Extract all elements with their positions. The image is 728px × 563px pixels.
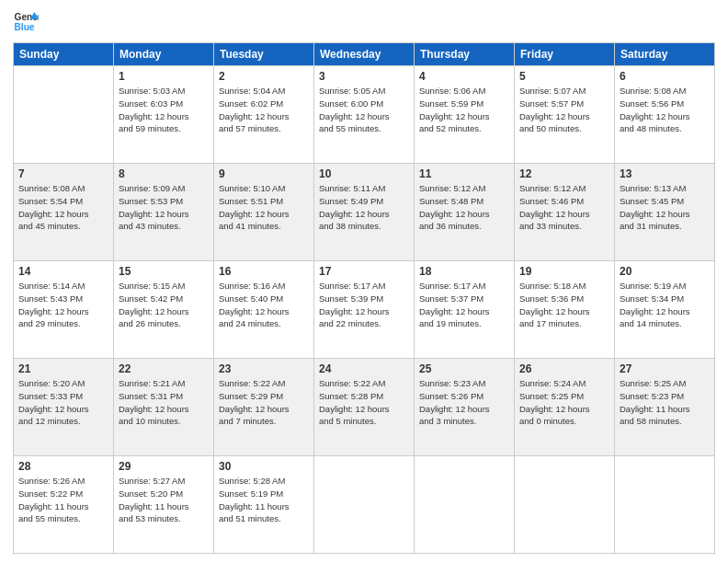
col-header-sunday: Sunday [14, 43, 114, 66]
cell-info: Sunrise: 5:07 AM Sunset: 5:57 PM Dayligh… [519, 85, 609, 135]
calendar-cell: 16Sunrise: 5:16 AM Sunset: 5:40 PM Dayli… [214, 261, 314, 359]
calendar-cell: 30Sunrise: 5:28 AM Sunset: 5:19 PM Dayli… [214, 456, 314, 554]
calendar-cell: 7Sunrise: 5:08 AM Sunset: 5:54 PM Daylig… [14, 164, 114, 261]
cell-info: Sunrise: 5:14 AM Sunset: 5:43 PM Dayligh… [18, 280, 108, 330]
cell-info: Sunrise: 5:18 AM Sunset: 5:36 PM Dayligh… [519, 280, 609, 330]
week-row-3: 14Sunrise: 5:14 AM Sunset: 5:43 PM Dayli… [14, 261, 715, 359]
cell-info: Sunrise: 5:25 AM Sunset: 5:23 PM Dayligh… [620, 377, 710, 428]
cell-info: Sunrise: 5:11 AM Sunset: 5:49 PM Dayligh… [319, 182, 409, 233]
calendar-cell: 14Sunrise: 5:14 AM Sunset: 5:43 PM Dayli… [14, 261, 114, 359]
cell-info: Sunrise: 5:05 AM Sunset: 6:00 PM Dayligh… [319, 85, 409, 135]
cell-info: Sunrise: 5:28 AM Sunset: 5:19 PM Dayligh… [219, 475, 309, 525]
calendar-cell: 4Sunrise: 5:06 AM Sunset: 5:59 PM Daylig… [415, 66, 515, 164]
day-number: 4 [419, 70, 509, 83]
calendar-cell: 10Sunrise: 5:11 AM Sunset: 5:49 PM Dayli… [314, 164, 415, 261]
calendar-cell: 9Sunrise: 5:10 AM Sunset: 5:51 PM Daylig… [214, 164, 314, 261]
calendar-cell: 21Sunrise: 5:20 AM Sunset: 5:33 PM Dayli… [14, 359, 114, 456]
calendar-cell: 19Sunrise: 5:18 AM Sunset: 5:36 PM Dayli… [515, 261, 615, 359]
day-number: 1 [119, 70, 209, 83]
calendar-cell: 2Sunrise: 5:04 AM Sunset: 6:02 PM Daylig… [214, 66, 314, 164]
day-number: 22 [119, 362, 209, 375]
day-number: 15 [119, 265, 209, 278]
calendar-cell: 12Sunrise: 5:12 AM Sunset: 5:46 PM Dayli… [515, 164, 615, 261]
header-row: SundayMondayTuesdayWednesdayThursdayFrid… [14, 43, 715, 66]
cell-info: Sunrise: 5:08 AM Sunset: 5:54 PM Dayligh… [18, 182, 108, 233]
calendar-cell: 20Sunrise: 5:19 AM Sunset: 5:34 PM Dayli… [615, 261, 715, 359]
cell-info: Sunrise: 5:21 AM Sunset: 5:31 PM Dayligh… [119, 377, 209, 428]
calendar-cell: 22Sunrise: 5:21 AM Sunset: 5:31 PM Dayli… [114, 359, 214, 456]
calendar-cell: 26Sunrise: 5:24 AM Sunset: 5:25 PM Dayli… [515, 359, 615, 456]
day-number: 3 [319, 70, 409, 83]
calendar-cell: 18Sunrise: 5:17 AM Sunset: 5:37 PM Dayli… [415, 261, 515, 359]
calendar-cell: 28Sunrise: 5:26 AM Sunset: 5:22 PM Dayli… [14, 456, 114, 554]
col-header-saturday: Saturday [615, 43, 715, 66]
day-number: 29 [119, 460, 209, 473]
col-header-monday: Monday [114, 43, 214, 66]
day-number: 19 [519, 265, 609, 278]
day-number: 13 [620, 167, 710, 180]
cell-info: Sunrise: 5:17 AM Sunset: 5:37 PM Dayligh… [419, 280, 509, 330]
day-number: 7 [18, 167, 108, 180]
week-row-2: 7Sunrise: 5:08 AM Sunset: 5:54 PM Daylig… [14, 164, 715, 261]
calendar-cell: 29Sunrise: 5:27 AM Sunset: 5:20 PM Dayli… [114, 456, 214, 554]
calendar-cell [14, 66, 114, 164]
calendar-cell: 3Sunrise: 5:05 AM Sunset: 6:00 PM Daylig… [314, 66, 415, 164]
day-number: 27 [620, 362, 710, 375]
calendar-cell: 1Sunrise: 5:03 AM Sunset: 6:03 PM Daylig… [114, 66, 214, 164]
svg-text:Blue: Blue [15, 22, 35, 32]
calendar-cell: 25Sunrise: 5:23 AM Sunset: 5:26 PM Dayli… [415, 359, 515, 456]
page: General Blue SundayMondayTuesdayWednesda… [0, 0, 728, 563]
week-row-4: 21Sunrise: 5:20 AM Sunset: 5:33 PM Dayli… [14, 359, 715, 456]
day-number: 16 [219, 265, 309, 278]
calendar-cell [314, 456, 415, 554]
day-number: 6 [620, 70, 710, 83]
calendar-cell [615, 456, 715, 554]
day-number: 5 [519, 70, 609, 83]
logo-icon: General Blue [13, 9, 39, 35]
col-header-tuesday: Tuesday [214, 43, 314, 66]
col-header-friday: Friday [515, 43, 615, 66]
cell-info: Sunrise: 5:12 AM Sunset: 5:46 PM Dayligh… [519, 182, 609, 233]
day-number: 30 [219, 460, 309, 473]
calendar-cell: 5Sunrise: 5:07 AM Sunset: 5:57 PM Daylig… [515, 66, 615, 164]
calendar-cell: 27Sunrise: 5:25 AM Sunset: 5:23 PM Dayli… [615, 359, 715, 456]
cell-info: Sunrise: 5:15 AM Sunset: 5:42 PM Dayligh… [119, 280, 209, 330]
day-number: 11 [419, 167, 509, 180]
day-number: 18 [419, 265, 509, 278]
day-number: 24 [319, 362, 409, 375]
cell-info: Sunrise: 5:20 AM Sunset: 5:33 PM Dayligh… [18, 377, 108, 428]
col-header-thursday: Thursday [415, 43, 515, 66]
day-number: 21 [18, 362, 108, 375]
cell-info: Sunrise: 5:16 AM Sunset: 5:40 PM Dayligh… [219, 280, 309, 330]
cell-info: Sunrise: 5:26 AM Sunset: 5:22 PM Dayligh… [18, 475, 108, 525]
week-row-1: 1Sunrise: 5:03 AM Sunset: 6:03 PM Daylig… [14, 66, 715, 164]
day-number: 14 [18, 265, 108, 278]
day-number: 17 [319, 265, 409, 278]
day-number: 8 [119, 167, 209, 180]
cell-info: Sunrise: 5:17 AM Sunset: 5:39 PM Dayligh… [319, 280, 409, 330]
calendar-cell: 17Sunrise: 5:17 AM Sunset: 5:39 PM Dayli… [314, 261, 415, 359]
cell-info: Sunrise: 5:23 AM Sunset: 5:26 PM Dayligh… [419, 377, 509, 428]
calendar-cell [415, 456, 515, 554]
calendar-cell: 13Sunrise: 5:13 AM Sunset: 5:45 PM Dayli… [615, 164, 715, 261]
day-number: 12 [519, 167, 609, 180]
cell-info: Sunrise: 5:03 AM Sunset: 6:03 PM Dayligh… [119, 85, 209, 135]
calendar-table: SundayMondayTuesdayWednesdayThursdayFrid… [13, 42, 715, 554]
cell-info: Sunrise: 5:22 AM Sunset: 5:29 PM Dayligh… [219, 377, 309, 428]
calendar-cell: 11Sunrise: 5:12 AM Sunset: 5:48 PM Dayli… [415, 164, 515, 261]
cell-info: Sunrise: 5:06 AM Sunset: 5:59 PM Dayligh… [419, 85, 509, 135]
calendar-cell: 23Sunrise: 5:22 AM Sunset: 5:29 PM Dayli… [214, 359, 314, 456]
header: General Blue [13, 9, 715, 35]
cell-info: Sunrise: 5:19 AM Sunset: 5:34 PM Dayligh… [620, 280, 710, 330]
calendar-cell: 6Sunrise: 5:08 AM Sunset: 5:56 PM Daylig… [615, 66, 715, 164]
calendar-cell: 24Sunrise: 5:22 AM Sunset: 5:28 PM Dayli… [314, 359, 415, 456]
day-number: 23 [219, 362, 309, 375]
day-number: 28 [18, 460, 108, 473]
day-number: 10 [319, 167, 409, 180]
cell-info: Sunrise: 5:04 AM Sunset: 6:02 PM Dayligh… [219, 85, 309, 135]
day-number: 20 [620, 265, 710, 278]
logo: General Blue [13, 9, 39, 35]
cell-info: Sunrise: 5:10 AM Sunset: 5:51 PM Dayligh… [219, 182, 309, 233]
cell-info: Sunrise: 5:12 AM Sunset: 5:48 PM Dayligh… [419, 182, 509, 233]
cell-info: Sunrise: 5:13 AM Sunset: 5:45 PM Dayligh… [620, 182, 710, 233]
